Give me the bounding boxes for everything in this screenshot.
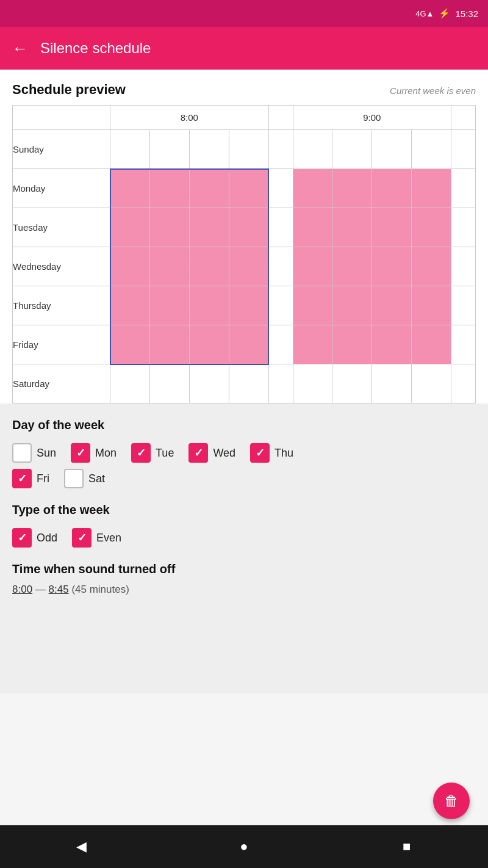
day-checkbox-row-2: Fri Sat [12,469,476,488]
fri-c10 [451,325,476,364]
time-range-display: 8:00 — 8:45 (45 minutes) [12,584,476,596]
top-bar: ← Silence schedule [0,27,488,70]
tue-c4 [229,208,268,247]
type-of-week-section: Type of the week Odd Even [12,503,476,548]
tuesday-row: Tuesday [13,208,476,247]
fri-c7 [332,325,372,364]
checkbox-even-box[interactable] [72,528,92,548]
mon-c3 [189,169,229,208]
mon-c5 [268,169,293,208]
checkbox-mon[interactable]: Mon [71,443,117,463]
wed-c2 [149,247,189,286]
checkbox-tue-label: Tue [156,447,174,460]
checkbox-sat-label: Sat [88,472,105,485]
nav-recents-button[interactable]: ■ [395,834,419,859]
wednesday-label: Wednesday [13,247,110,286]
checkbox-sat[interactable]: Sat [64,469,105,488]
sun-c9 [412,130,451,169]
checkbox-tue-box[interactable] [131,443,151,463]
checkbox-fri-label: Fri [37,472,49,485]
checkbox-odd-box[interactable] [12,528,32,548]
start-time-link[interactable]: 8:00 [12,584,32,595]
checkbox-mon-box[interactable] [71,443,90,463]
tue-c5 [268,208,293,247]
mon-c7 [332,169,372,208]
back-button[interactable]: ← [12,39,28,58]
fri-c3 [189,325,229,364]
battery-icon: ⚡ [439,8,450,19]
checkbox-odd-label: Odd [37,532,57,544]
sat-c1 [110,364,150,403]
checkbox-wed-label: Wed [213,447,235,460]
thu-c8 [372,286,412,325]
nav-back-button[interactable]: ◀ [69,834,93,859]
fri-c8 [372,325,412,364]
tue-c9 [412,208,451,247]
thu-c5 [268,286,293,325]
checkbox-sat-box[interactable] [64,469,84,488]
nav-home-button[interactable]: ● [232,834,256,859]
checkbox-fri-box[interactable] [12,469,32,488]
type-of-week-heading: Type of the week [12,503,476,517]
fri-c2 [149,325,189,364]
delete-fab[interactable]: 🗑 [433,783,470,819]
sun-c1 [110,130,150,169]
schedule-preview-title: Schedule preview [12,82,126,98]
mon-c9 [412,169,451,208]
thursday-label: Thursday [13,286,110,325]
sun-c10 [451,130,476,169]
day-checkbox-row-1: Sun Mon Tue Wed Thu [12,443,476,463]
sat-c8 [372,364,412,403]
sat-c4 [229,364,268,403]
checkbox-sun[interactable]: Sun [12,443,56,463]
delete-icon: 🗑 [444,792,459,809]
sun-c5 [268,130,293,169]
wed-c5 [268,247,293,286]
day-of-week-section: Day of the week Sun Mon Tue Wed Thu [12,418,476,488]
duration-value: (45 minutes) [71,584,129,595]
time-spacer-col [268,106,293,130]
checkbox-mon-label: Mon [95,447,117,460]
empty-header-cell [13,106,110,130]
checkbox-thu[interactable]: Thu [250,443,293,463]
checkbox-sun-label: Sun [37,447,56,460]
checkbox-thu-label: Thu [274,447,293,460]
schedule-preview-header: Schedule preview Current week is even [12,82,476,98]
wednesday-row: Wednesday [13,247,476,286]
fri-c5 [268,325,293,364]
checkbox-even[interactable]: Even [72,528,121,548]
thu-c2 [149,286,189,325]
checkbox-odd[interactable]: Odd [12,528,57,548]
checkbox-wed[interactable]: Wed [188,443,235,463]
checkbox-tue[interactable]: Tue [131,443,174,463]
time-header-8: 8:00 [110,106,269,130]
checkbox-wed-box[interactable] [188,443,208,463]
calendar-grid: 8:00 9:00 Sunday [12,105,476,403]
wed-c9 [412,247,451,286]
saturday-row: Saturday [13,364,476,403]
end-time-link[interactable]: 8:45 [49,584,69,595]
mon-c4 [229,169,268,208]
wed-c8 [372,247,412,286]
sun-c4 [229,130,268,169]
sat-c5 [268,364,293,403]
time-section: Time when sound turned off 8:00 — 8:45 (… [12,562,476,596]
mon-c1 [110,169,150,208]
bottom-spacer [12,596,476,681]
time-separator: — [35,584,49,595]
tue-c1 [110,208,150,247]
checkbox-thu-box[interactable] [250,443,270,463]
type-checkbox-row: Odd Even [12,528,476,548]
tue-c7 [332,208,372,247]
thu-c9 [412,286,451,325]
time-display: 15:32 [455,9,478,19]
tue-c10 [451,208,476,247]
checkbox-fri[interactable]: Fri [12,469,49,488]
sat-c3 [189,364,229,403]
sun-c8 [372,130,412,169]
mon-c2 [149,169,189,208]
page-title: Silence schedule [40,40,151,57]
checkbox-sun-box[interactable] [12,443,32,463]
time-header-9: 9:00 [293,106,451,130]
sun-c2 [149,130,189,169]
